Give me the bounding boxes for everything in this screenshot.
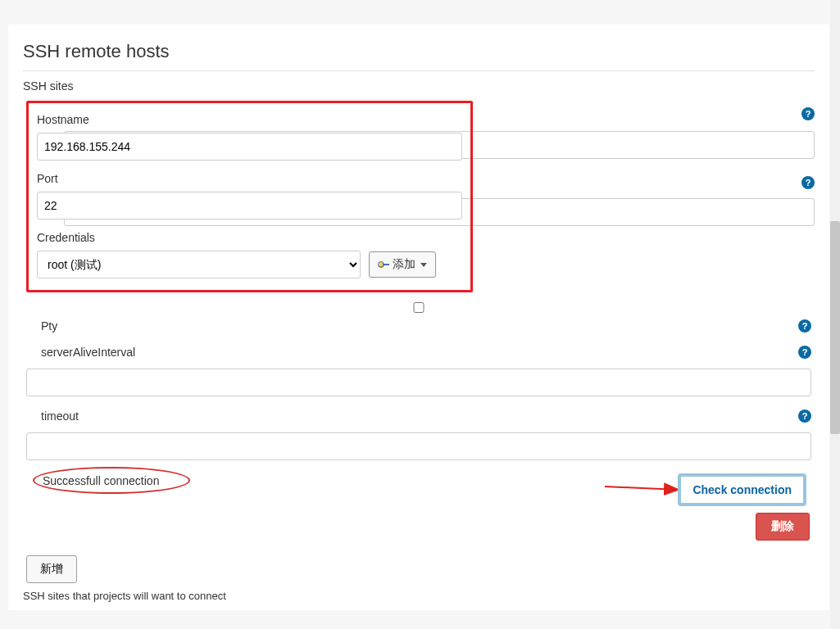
- subtitle: SSH sites: [23, 79, 815, 93]
- help-icon[interactable]: ?: [798, 319, 811, 333]
- label-port: Port: [37, 172, 462, 185]
- pty-checkbox[interactable]: [413, 302, 425, 313]
- timeout-input[interactable]: [26, 432, 811, 460]
- check-connection-button[interactable]: Check connection: [678, 473, 806, 506]
- annotation-highlight-box: Hostname Port Credentials root (测试) 添加: [26, 101, 473, 292]
- scrollbar-thumb[interactable]: [830, 221, 840, 434]
- serveraliveinterval-input[interactable]: [26, 369, 811, 396]
- field-port: Port: [37, 172, 462, 219]
- credentials-select[interactable]: root (测试): [37, 251, 361, 278]
- add-row: 新增: [26, 555, 811, 583]
- delete-button[interactable]: 删除: [756, 513, 810, 541]
- scrollbar[interactable]: [830, 0, 840, 610]
- add-credential-label: 添加: [393, 257, 415, 272]
- help-icon[interactable]: ?: [801, 176, 815, 189]
- help-icon[interactable]: ?: [798, 410, 811, 423]
- field-hostname: Hostname: [37, 113, 462, 161]
- credentials-row: root (测试) 添加: [37, 251, 462, 278]
- key-icon: [378, 261, 389, 268]
- label-hostname: Hostname: [37, 113, 462, 126]
- field-credentials: Credentials root (测试) 添加: [37, 231, 462, 278]
- help-icon[interactable]: ?: [801, 107, 815, 120]
- label-serveraliveinterval: serverAliveInterval: [41, 346, 811, 359]
- field-timeout: timeout ?: [26, 410, 811, 460]
- section-title: SSH remote hosts: [23, 41, 815, 62]
- annotation-ellipse: [33, 467, 190, 494]
- hostname-input[interactable]: [37, 133, 462, 161]
- config-section: SSH remote hosts SSH sites ? ? Hostname …: [8, 25, 829, 610]
- chevron-down-icon: [420, 263, 427, 267]
- svg-line-1: [605, 486, 679, 490]
- field-pty: Pty ?: [26, 319, 811, 333]
- field-serveraliveinterval: serverAliveInterval ?: [26, 346, 811, 396]
- add-credential-button[interactable]: 添加: [369, 251, 436, 278]
- label-pty: Pty: [41, 319, 811, 333]
- annotation-arrow: [605, 480, 687, 496]
- footer-note: SSH sites that projects will want to con…: [23, 590, 815, 602]
- form-container: ? ? Hostname Port Credentials root (测试): [23, 101, 815, 602]
- port-input[interactable]: [37, 192, 462, 219]
- status-row: Successfull connection Check connection: [26, 473, 811, 508]
- delete-row: 删除: [28, 513, 810, 541]
- divider: [23, 70, 815, 71]
- label-timeout: timeout: [41, 410, 811, 423]
- help-icon[interactable]: ?: [798, 346, 811, 359]
- label-credentials: Credentials: [37, 231, 462, 244]
- add-site-button[interactable]: 新增: [26, 555, 77, 583]
